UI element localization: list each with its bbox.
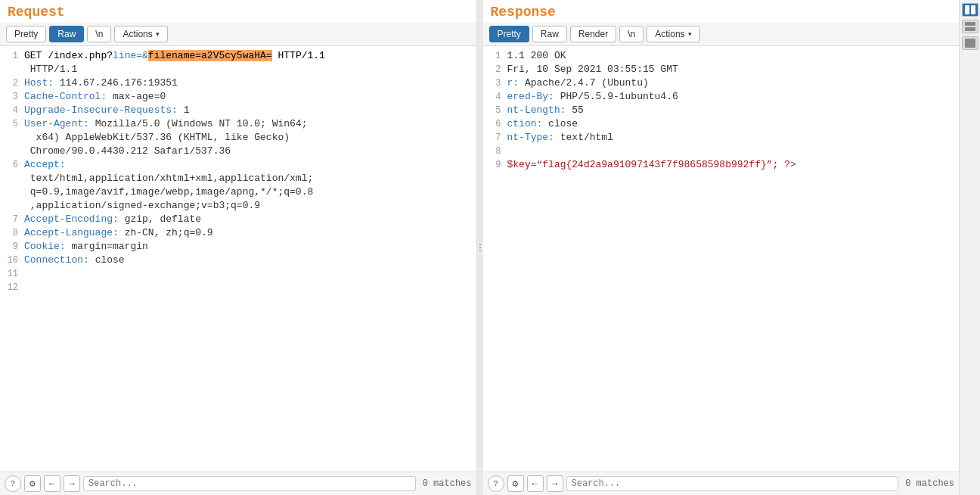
request-help-btn[interactable]: ? [5,475,21,492]
table-row: 12 [0,281,476,294]
single-view-icon [965,39,975,48]
drag-dot [479,244,481,245]
table-row: 9 Cookie: margin=margin [0,240,476,254]
split-view-icon [965,5,975,14]
response-toolbar: Pretty Raw Render \n Actions ▾ [483,23,960,46]
svg-rect-3 [965,27,975,31]
table-row: 4 Upgrade-Insecure-Requests: 1 [0,104,476,117]
stacked-view-icon [965,22,975,31]
request-content: 1 GET /index.php?line=&filename=a2V5cy5w… [0,46,476,472]
response-title: Response [483,0,960,23]
drag-dot [479,250,481,251]
svg-rect-1 [971,5,975,14]
table-row: 5 nt-Length: 55 [483,104,960,117]
svg-rect-0 [965,5,969,14]
response-actions-btn[interactable]: Actions ▾ [647,26,699,42]
request-actions-btn[interactable]: Actions ▾ [114,26,167,42]
request-settings-btn[interactable]: ⚙ [24,475,41,492]
response-raw-btn[interactable]: Raw [532,26,567,42]
request-back-btn[interactable]: ← [44,475,60,492]
response-content: 1 1.1 200 OK 2 Fri, 10 Sep 2021 03:55:15… [483,46,960,472]
table-row: 6 Accept: [0,158,476,172]
request-pretty-btn[interactable]: Pretty [6,26,46,42]
table-row: ,application/signed-exchange;v=b3;q=0.9 [0,199,476,213]
table-row: 1 1.1 200 OK [483,49,960,63]
response-matches: 0 matches [901,478,954,489]
table-row: 5 User-Agent: Mozilla/5.0 (Windows NT 10… [0,117,476,131]
request-title: Request [0,0,476,23]
table-row: HTTP/1.1 [0,63,476,76]
table-row: 7 nt-Type: text/html [483,131,960,145]
table-row: 2 Host: 114.67.246.176:19351 [0,76,476,90]
drag-dot [479,247,481,248]
table-row: 6 ction: close [483,117,960,131]
request-toolbar: Pretty Raw \n Actions ▾ [0,23,476,46]
response-search-input[interactable] [566,476,899,491]
svg-rect-2 [965,22,975,26]
request-bottom-bar: ? ⚙ ← → 0 matches [0,472,476,495]
table-row: 8 [483,145,960,158]
table-row: 4 ered-By: PHP/5.5.9-1ubuntu4.6 [483,90,960,104]
response-render-btn[interactable]: Render [570,26,616,42]
response-actions-chevron-icon: ▾ [688,30,692,38]
view-stacked-btn[interactable] [962,20,978,33]
table-row: 3 r: Apache/2.4.7 (Ubuntu) [483,76,960,90]
request-raw-btn[interactable]: Raw [49,26,84,42]
response-back-btn[interactable]: ← [527,475,544,492]
table-row: q=0.9,image/avif,image/webp,image/apng,*… [0,185,476,199]
response-settings-btn[interactable]: ⚙ [507,475,524,492]
table-row: 2 Fri, 10 Sep 2021 03:55:15 GMT [483,63,960,76]
table-row: 11 [0,267,476,281]
table-row: 1 GET /index.php?line=&filename=a2V5cy5w… [0,49,476,63]
view-single-btn[interactable] [962,36,978,50]
svg-rect-4 [965,39,975,48]
table-row: 10 Connection: close [0,254,476,267]
response-bottom-bar: ? ⚙ ← → 0 matches [483,472,960,495]
table-row: x64) AppleWebKit/537.36 (KHTML, like Gec… [0,131,476,145]
table-row: text/html,application/xhtml+xml,applicat… [0,172,476,185]
response-panel: Response Pretty Raw Render \n Actions ▾ … [483,0,960,495]
request-matches: 0 matches [419,478,472,489]
view-sidebar [959,0,980,495]
request-forward-btn[interactable]: → [64,475,80,492]
table-row: 9 $key=“flag{24d2a9a91097143f7f98658598b… [483,158,960,172]
response-help-btn[interactable]: ? [488,475,504,492]
panel-divider[interactable] [477,0,483,495]
table-row: Chrome/90.0.4430.212 Safari/537.36 [0,145,476,158]
actions-chevron-icon: ▾ [156,30,160,38]
table-row: 3 Cache-Control: max-age=0 [0,90,476,104]
response-pretty-btn[interactable]: Pretty [489,26,529,42]
response-forward-btn[interactable]: → [547,475,563,492]
request-newline-btn[interactable]: \n [87,26,111,42]
request-search-input[interactable] [83,476,416,491]
view-split-btn[interactable] [962,3,978,17]
table-row: 8 Accept-Language: zh-CN, zh;q=0.9 [0,226,476,240]
response-newline-btn[interactable]: \n [619,26,644,42]
table-row: 7 Accept-Encoding: gzip, deflate [0,213,476,226]
request-panel: Request Pretty Raw \n Actions ▾ 1 GET /i… [0,0,477,495]
